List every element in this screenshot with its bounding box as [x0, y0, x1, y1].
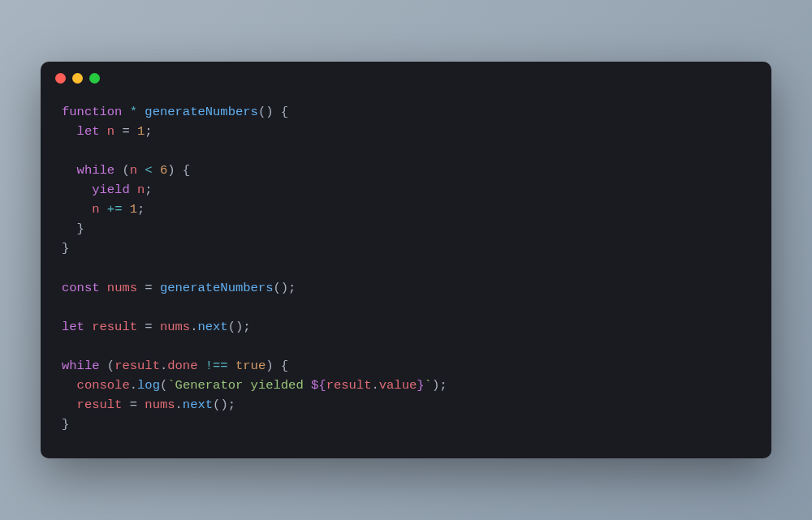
- code-line: }: [62, 221, 84, 236]
- code-line: let result = nums.next();: [62, 320, 251, 334]
- code-line: yield n;: [62, 183, 153, 197]
- code-line: while (n < 6) {: [62, 163, 190, 178]
- code-line: n += 1;: [62, 202, 145, 217]
- window-titlebar: [41, 62, 771, 94]
- code-line: }: [62, 417, 69, 432]
- code-editor[interactable]: function * generateNumbers() { let n = 1…: [41, 94, 771, 458]
- code-window: function * generateNumbers() { let n = 1…: [41, 62, 771, 458]
- zoom-icon[interactable]: [89, 73, 100, 84]
- code-line: const nums = generateNumbers();: [62, 281, 296, 295]
- code-line: while (result.done !== true) {: [62, 359, 288, 373]
- code-line: console.log(`Generator yielded ${result.…: [62, 378, 447, 393]
- code-line: }: [62, 241, 69, 256]
- close-icon[interactable]: [55, 73, 66, 84]
- code-line: result = nums.next();: [62, 398, 235, 412]
- code-line: function * generateNumbers() {: [62, 105, 288, 119]
- minimize-icon[interactable]: [72, 73, 83, 84]
- code-line: let n = 1;: [62, 124, 153, 139]
